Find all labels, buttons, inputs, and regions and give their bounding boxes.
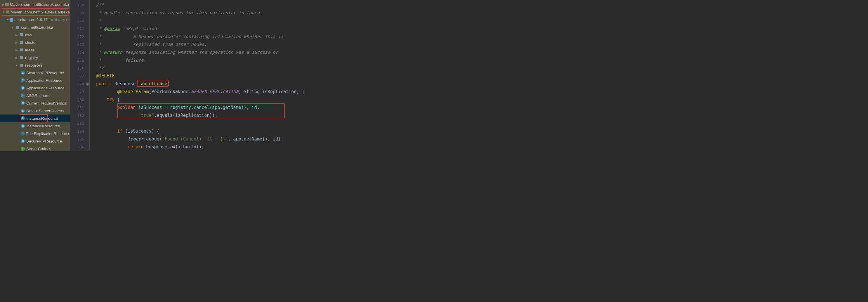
tree-item-class[interactable]: SecureVIPResource — [0, 137, 70, 145]
string-literal: "Found (Cancel): {} - {}" — [162, 137, 228, 142]
class-icon — [21, 78, 25, 82]
line-number-gutter: 2682692702712722732742752762772782792802… — [70, 0, 90, 151]
class-icon — [21, 86, 25, 90]
line-number: 270 — [70, 17, 89, 25]
tree-item-class[interactable]: ASGResource — [0, 92, 70, 99]
line-number: 283 — [70, 119, 89, 127]
javadoc-tag: @param — [104, 26, 120, 31]
code-text: * — [96, 26, 104, 31]
chevron-down-icon: ▼ — [6, 18, 9, 21]
tree-item-class[interactable]: PeerReplicationResource — [0, 130, 70, 137]
code-text: (isSuccess) { — [122, 128, 159, 134]
tree-label: PeerReplicationResource — [26, 131, 70, 136]
tree-item-instance-resource[interactable]: InstanceResource — [0, 115, 70, 122]
code-text: Response. — [144, 144, 170, 150]
line-number: 277 — [70, 72, 89, 80]
identifier: ok — [170, 144, 175, 150]
interface-icon — [21, 147, 25, 151]
tree-item-aws[interactable]: ▶ aws — [0, 31, 70, 38]
class-icon — [21, 116, 25, 120]
code-text: * failure. — [96, 58, 146, 63]
tree-item-eureka-core[interactable]: ▼ Maven: com.netflix.eureka:eureka-core:… — [0, 8, 70, 16]
line-number: 285 — [70, 135, 89, 143]
code-text: * replicated from other nodes. — [96, 42, 207, 47]
override-gutter-icon[interactable]: @ — [87, 81, 89, 86]
tree-label: DefaultServerCodecs — [26, 109, 64, 113]
tree-item-class[interactable]: AbstractVIPResource — [0, 69, 70, 77]
library-icon — [5, 3, 9, 6]
tree-item-package[interactable]: ▼ com.netflix.eureka — [0, 23, 70, 31]
line-number: 268 — [70, 1, 89, 9]
tree-label: InstancesResource — [26, 124, 60, 128]
tree-item-class[interactable]: CurrentRequestVersion — [0, 99, 70, 107]
identifier: logger — [128, 137, 144, 142]
class-icon — [21, 131, 25, 135]
tree-label: Maven: com.netflix.eureka:eureka-client:… — [10, 2, 70, 7]
chevron-right-icon: ▶ — [2, 3, 5, 6]
keyword: boolean — [117, 105, 135, 110]
method-name: cancelLease — [138, 81, 167, 86]
tree-label: Maven: com.netflix.eureka:eureka-core:1.… — [10, 10, 70, 14]
chevron-down-icon: ▼ — [10, 26, 14, 29]
keyword: return — [128, 144, 144, 150]
tree-item-interface[interactable]: ServerCodecs — [0, 145, 70, 151]
constant: HEADER_REPLICATION — [191, 89, 239, 94]
line-number: 275 — [70, 56, 89, 64]
chevron-right-icon: ▶ — [14, 33, 19, 36]
line-number: 284 — [70, 127, 89, 135]
code-text: * Handles cancellation of leases for thi… — [96, 10, 262, 16]
keyword: public — [96, 81, 112, 86]
tree-label: AbstractVIPResource — [26, 71, 64, 75]
code-text: * — [96, 50, 104, 55]
project-tree-sidebar[interactable]: ▶ Maven: com.netflix.eureka:eureka-clien… — [0, 0, 70, 151]
tree-item-class[interactable]: ApplicationResource — [0, 77, 70, 84]
code-text: isReplication — [120, 26, 157, 31]
library-icon — [6, 10, 9, 13]
tree-label: lease — [25, 48, 34, 52]
annotation: @HeaderParam — [117, 89, 149, 94]
tree-item-cluster[interactable]: ▶ cluster — [0, 38, 70, 46]
tree-item-lease[interactable]: ▶ lease — [0, 46, 70, 54]
line-number: 286 — [70, 143, 89, 151]
tree-label: SecureVIPResource — [26, 139, 62, 143]
line-number: 281 — [70, 104, 89, 112]
tree-item-eureka-client[interactable]: ▶ Maven: com.netflix.eureka:eureka-clien… — [0, 1, 70, 8]
tree-item-resources[interactable]: ▼ resources — [0, 61, 70, 69]
tree-label: ASGResource — [26, 93, 52, 98]
code-text: .equals(isReplication)); — [154, 113, 218, 118]
tree-item-jar[interactable]: ▼ eureka-core-1.9.17.jar library root — [0, 16, 70, 23]
chevron-down-icon: ▼ — [14, 64, 19, 67]
code-text: response indicating whether the operatio… — [122, 50, 278, 55]
folder-icon — [19, 49, 24, 52]
code-text: Response — [112, 81, 138, 86]
folder-icon — [19, 41, 24, 44]
code-text: ().build(); — [175, 144, 204, 150]
code-text: , app.getName(), id); — [228, 137, 284, 142]
annotation: @DELETE — [96, 73, 115, 79]
line-number: 273 — [70, 40, 89, 49]
code-text: */ — [96, 65, 104, 71]
tree-label: ApplicationsResource — [26, 86, 65, 90]
code-text: .debug( — [144, 137, 162, 142]
tree-label: aws — [25, 33, 32, 37]
code-editor[interactable]: 2682692702712722732742752762772782792802… — [70, 0, 434, 151]
code-content[interactable]: /** * Handles cancellation of leases for… — [90, 0, 434, 151]
tree-item-class[interactable]: ApplicationsResource — [0, 84, 70, 92]
code-text: * — [96, 18, 101, 23]
tree-item-class[interactable]: InstancesResource — [0, 122, 70, 130]
class-icon — [21, 109, 25, 113]
line-number: 271 — [70, 25, 89, 33]
javadoc-tag: @return — [104, 50, 122, 55]
code-text: isSuccess = registry.cancel(app.getName(… — [135, 105, 259, 110]
chevron-right-icon: ▶ — [14, 56, 19, 59]
code-text: * a header parameter containing informat… — [96, 34, 283, 39]
code-text: (PeerEurekaNode. — [149, 89, 191, 94]
code-text: { — [115, 97, 120, 102]
tree-label: InstanceResource — [26, 116, 58, 121]
tree-item-registry[interactable]: ▶ registry — [0, 54, 70, 61]
tree-item-class[interactable]: DefaultServerCodecs — [0, 107, 70, 115]
tree-label: CurrentRequestVersion — [26, 101, 67, 105]
line-number: 282 — [70, 112, 89, 119]
tree-label: ServerCodecs — [26, 147, 52, 151]
chevron-right-icon: ▶ — [14, 41, 19, 44]
